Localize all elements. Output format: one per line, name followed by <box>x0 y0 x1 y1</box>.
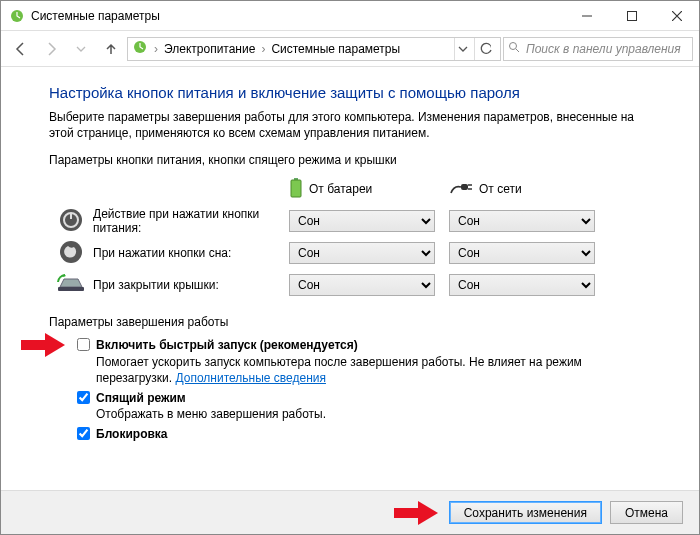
sleep-button-battery-select[interactable]: Сон <box>289 242 435 264</box>
close-button[interactable] <box>654 1 699 31</box>
fast-startup-label: Включить быстрый запуск (рекомендуется) <box>96 338 358 352</box>
svg-rect-5 <box>291 180 301 197</box>
shutdown-settings-section: Параметры завершения работы Включить быс… <box>49 315 659 444</box>
minimize-button[interactable] <box>564 1 609 31</box>
svg-rect-1 <box>627 11 636 20</box>
annotation-arrow-icon <box>394 501 438 525</box>
svg-rect-6 <box>461 184 468 190</box>
power-actions-table: От батареи От сети Действие при нажатии … <box>49 173 659 301</box>
sleep-button-action-label: При нажатии кнопки сна: <box>93 246 289 260</box>
lock-row: Блокировка <box>49 424 659 444</box>
page-heading: Настройка кнопок питания и включение защ… <box>49 84 659 101</box>
lock-label: Блокировка <box>96 427 168 441</box>
address-bar[interactable]: › Электропитание › Системные параметры <box>127 37 501 61</box>
power-buttons-section-label: Параметры кнопки питания, кнопки спящего… <box>49 153 659 167</box>
ac-column-label: От сети <box>479 182 522 196</box>
svg-rect-10 <box>58 287 84 291</box>
power-button-battery-select[interactable]: Сон <box>289 210 435 232</box>
cancel-button-label: Отмена <box>625 506 668 520</box>
power-button-action-row: Действие при нажатии кнопки питания: Сон… <box>49 205 659 237</box>
sleep-row: Спящий режим Отображать в меню завершени… <box>49 388 659 424</box>
control-panel-icon <box>132 39 148 58</box>
back-button[interactable] <box>7 36 35 62</box>
lid-icon <box>56 273 86 298</box>
cancel-button[interactable]: Отмена <box>610 501 683 524</box>
title-bar: Системные параметры <box>1 1 699 31</box>
lid-ac-select[interactable]: Сон <box>449 274 595 296</box>
app-icon <box>9 8 25 24</box>
save-button-label: Сохранить изменения <box>464 506 587 520</box>
address-dropdown-icon[interactable] <box>454 38 470 60</box>
refresh-button[interactable] <box>474 38 496 60</box>
svg-rect-12 <box>394 508 418 518</box>
power-button-icon <box>58 207 84 236</box>
page-description: Выберите параметры завершения работы для… <box>49 109 659 141</box>
forward-button[interactable] <box>37 36 65 62</box>
power-button-action-label: Действие при нажатии кнопки питания: <box>93 207 289 236</box>
up-button[interactable] <box>97 36 125 62</box>
sleep-checkbox[interactable] <box>77 391 90 404</box>
svg-rect-11 <box>21 340 45 350</box>
plug-icon <box>449 181 473 198</box>
sleep-button-ac-select[interactable]: Сон <box>449 242 595 264</box>
svg-point-3 <box>510 43 517 50</box>
fast-startup-checkbox[interactable] <box>77 338 90 351</box>
sleep-description: Отображать в меню завершения работы. <box>96 407 326 421</box>
lid-close-action-row: При закрытии крышки: Сон Сон <box>49 269 659 301</box>
lid-close-action-label: При закрытии крышки: <box>93 278 289 292</box>
fast-startup-row: Включить быстрый запуск (рекомендуется) … <box>49 335 659 388</box>
battery-column-label: От батареи <box>309 182 372 196</box>
content-pane: Настройка кнопок питания и включение защ… <box>1 68 699 490</box>
lock-checkbox[interactable] <box>77 427 90 440</box>
save-button[interactable]: Сохранить изменения <box>449 501 602 524</box>
breadcrumb-separator: › <box>152 42 160 56</box>
battery-icon <box>289 178 303 201</box>
toolbar: › Электропитание › Системные параметры <box>1 31 699 67</box>
sleep-label: Спящий режим <box>96 391 186 405</box>
power-button-ac-select[interactable]: Сон <box>449 210 595 232</box>
fast-startup-more-link[interactable]: Дополнительные сведения <box>175 371 325 385</box>
shutdown-section-label: Параметры завершения работы <box>49 315 659 329</box>
search-box[interactable] <box>503 37 693 61</box>
search-icon <box>508 41 520 56</box>
fast-startup-description: Помогает ускорить запуск компьютера посл… <box>96 355 582 385</box>
breadcrumb-item[interactable]: Системные параметры <box>271 42 400 56</box>
footer: Сохранить изменения Отмена <box>1 490 699 534</box>
search-input[interactable] <box>524 41 688 57</box>
breadcrumb-separator: › <box>259 42 267 56</box>
maximize-button[interactable] <box>609 1 654 31</box>
sleep-button-icon <box>58 239 84 268</box>
sleep-button-action-row: При нажатии кнопки сна: Сон Сон <box>49 237 659 269</box>
lid-battery-select[interactable]: Сон <box>289 274 435 296</box>
annotation-arrow-icon <box>21 333 65 357</box>
recent-locations-button[interactable] <box>67 36 95 62</box>
breadcrumb-item[interactable]: Электропитание <box>164 42 255 56</box>
window-title: Системные параметры <box>31 9 564 23</box>
